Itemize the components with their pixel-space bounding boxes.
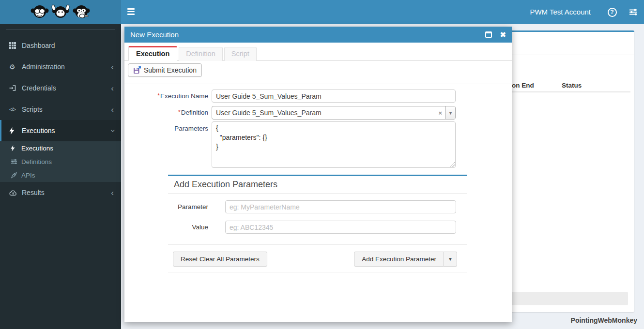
sidebar-toggle-hamburger-icon[interactable] (127, 8, 136, 15)
sidebar-item-label: Dashboard (22, 42, 55, 49)
save-icon (133, 66, 141, 74)
modal-body: Execution Definition Script Submit Execu… (124, 43, 512, 322)
grid-icon (9, 42, 22, 49)
add-execution-parameter-button[interactable]: Add Execution Parameter (354, 252, 444, 267)
account-name[interactable]: PWM Test Account (530, 0, 601, 24)
sliders-icon (629, 8, 638, 16)
question-circle-icon: ? (608, 8, 617, 17)
value-input[interactable] (225, 221, 456, 234)
definition-select[interactable]: User Guide 5_Sum_Values_Param × ▼ (212, 106, 456, 120)
cloud-download-icon (9, 190, 22, 196)
settings-button[interactable] (623, 0, 644, 24)
sidebar-item-label: Executions (22, 127, 55, 135)
tab-script[interactable]: Script (224, 47, 257, 61)
add-parameter-split-button: Add Execution Parameter ▼ (354, 252, 457, 267)
chevron-down-icon: ‹ (108, 129, 117, 132)
execution-name-input[interactable] (212, 90, 456, 103)
definition-selected-value: User Guide 5_Sum_Values_Param (212, 109, 435, 117)
monkey-pointing-icon (72, 3, 91, 21)
required-marker: * (157, 92, 160, 99)
bolt-icon (9, 127, 22, 135)
definition-label: *Definition (124, 109, 208, 116)
tab-definition[interactable]: Definition (179, 47, 222, 61)
required-marker: * (178, 109, 181, 116)
maximize-icon[interactable] (485, 31, 492, 38)
code-icon: </> (9, 106, 22, 112)
parameter-input[interactable] (225, 200, 456, 213)
sidebar-item-label: Scripts (22, 105, 43, 113)
reset-clear-all-parameters-button[interactable]: Reset Clear All Parameters (173, 252, 267, 267)
add-parameter-caret-icon[interactable]: ▼ (444, 252, 457, 267)
sidebar-item-results[interactable]: Results ‹ (0, 182, 121, 203)
submenu-item-label: Definitions (21, 158, 52, 165)
modal-header[interactable]: New Execution ✖ (124, 27, 512, 43)
sidebar-item-administration[interactable]: ⚙ Administration ‹ (0, 56, 121, 77)
value-label: Value (124, 224, 208, 231)
submenu-item-apis[interactable]: APIs (0, 168, 121, 182)
table-header-status: Status (562, 82, 582, 89)
sidebar-item-label: Results (22, 189, 45, 196)
close-icon[interactable]: ✖ (500, 31, 506, 38)
sidebar-item-label: Administration (22, 63, 65, 71)
modal-tabs: Execution Definition Script (124, 46, 512, 61)
sidebar: Dashboard ⚙ Administration ‹ Credentials… (0, 24, 121, 329)
sidebar-item-credentials[interactable]: Credentials ‹ (0, 77, 121, 99)
section-top-accent (168, 175, 467, 176)
executions-submenu: Executions Definitions (0, 141, 121, 182)
dropdown-caret-icon[interactable]: ▼ (445, 106, 455, 119)
section-heading-divider (168, 194, 467, 194)
submit-execution-button[interactable]: Submit Execution (128, 63, 202, 77)
parameters-textarea[interactable]: { "parameters": {} } (212, 121, 456, 168)
modal-title: New Execution (130, 30, 485, 39)
sidebar-item-scripts[interactable]: </> Scripts ‹ (0, 99, 121, 120)
submenu-item-label: APIs (21, 172, 35, 179)
new-execution-modal: New Execution ✖ Execution Definition Scr… (124, 27, 512, 322)
monkey-hear-no-evil-icon (51, 3, 70, 21)
sidebar-item-dashboard[interactable]: Dashboard (0, 35, 121, 56)
gears-icon: ⚙ (9, 63, 22, 71)
sidebar-item-label: Credentials (22, 84, 56, 92)
section-bottom-divider (168, 272, 467, 272)
sign-in-icon (9, 85, 22, 91)
sidebar-item-executions[interactable]: Executions ‹ (0, 120, 121, 141)
add-parameters-heading: Add Execution Parameters (174, 179, 277, 190)
chevron-left-icon: ‹ (111, 63, 114, 71)
submit-execution-label: Submit Execution (144, 66, 197, 74)
tab-execution[interactable]: Execution (128, 46, 177, 61)
parameter-label: Parameter (124, 203, 208, 210)
bolt-icon (11, 145, 21, 151)
clear-x-icon[interactable]: × (435, 109, 445, 117)
chevron-left-icon: ‹ (111, 84, 114, 92)
sliders-icon (11, 159, 21, 164)
rocket-icon (11, 172, 21, 179)
submenu-item-executions[interactable]: Executions (0, 141, 121, 155)
chevron-left-icon: ‹ (111, 105, 114, 114)
top-navbar: PWM Test Account ? (0, 0, 644, 24)
help-button[interactable]: ? (601, 0, 623, 24)
textarea-resize-grip[interactable] (450, 162, 455, 167)
chevron-left-icon: ‹ (111, 189, 114, 197)
execution-name-label: *Execution Name (124, 92, 208, 100)
toolbar-divider (124, 84, 512, 84)
submenu-item-definitions[interactable]: Definitions (0, 155, 121, 168)
submenu-item-label: Executions (21, 145, 53, 152)
parameters-label: Parameters (124, 125, 208, 132)
section-divider (168, 244, 467, 245)
table-header-execution-end: on End (512, 82, 534, 89)
monkey-see-no-evil-icon (31, 3, 49, 21)
app-logo[interactable] (0, 0, 121, 24)
